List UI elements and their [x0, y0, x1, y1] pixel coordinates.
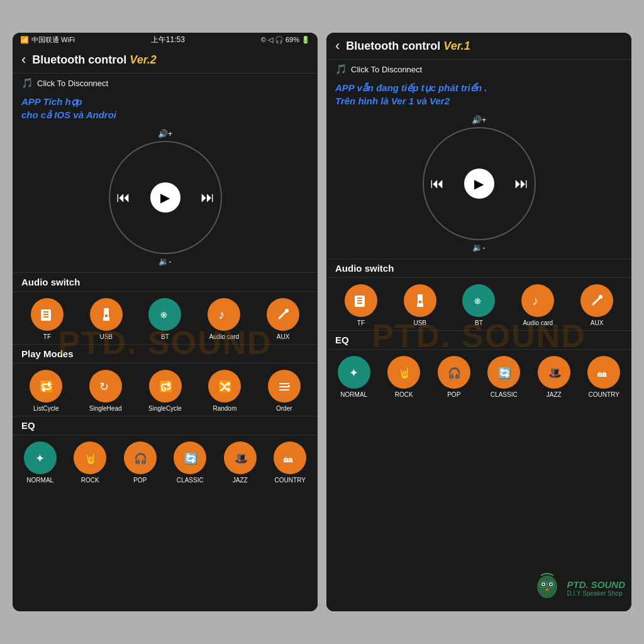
- right-tf-icon: [345, 284, 377, 317]
- eq-rock[interactable]: 🤘 ROCK: [74, 441, 106, 484]
- eq-pop[interactable]: 🎧 POP: [124, 441, 157, 484]
- right-jazz-label: JAZZ: [547, 391, 562, 398]
- right-eq-pop[interactable]: 🎧 POP: [438, 356, 470, 398]
- right-audio-bt[interactable]: ⎈ BT: [462, 284, 495, 326]
- player-area: 🔊+ ⏮ ▶ ⏭ 🔉-: [13, 125, 318, 272]
- right-audio-switch-label: Audio switch: [326, 258, 631, 278]
- status-left: 📶 中国联通 WiFi: [20, 35, 75, 45]
- title-text: Bluetooth control: [32, 53, 130, 66]
- promo-text: APP Tích hợpcho cả IOS và Androi: [13, 92, 318, 125]
- vol-up-icon[interactable]: 🔊+: [158, 129, 173, 138]
- music-icon: 🎵: [21, 77, 33, 89]
- battery-text: © ◁ 🎧 69% 🔋: [261, 36, 310, 44]
- jazz-label: JAZZ: [233, 477, 248, 484]
- svg-rect-31: [419, 301, 421, 303]
- right-usb-label: USB: [413, 319, 426, 326]
- right-audio-card[interactable]: ♪ Audio card: [521, 284, 554, 326]
- audiocard-icon: ♪: [208, 298, 240, 331]
- right-country-icon: 🏘: [587, 356, 620, 389]
- listcycle-icon: 🔁: [30, 370, 62, 402]
- mode-random[interactable]: 🔀 Random: [208, 370, 241, 412]
- back-button[interactable]: ‹: [21, 52, 26, 68]
- mode-order[interactable]: Order: [268, 370, 301, 412]
- signal-icon: 📶: [20, 36, 29, 44]
- right-eq-jazz[interactable]: 🎩 JAZZ: [538, 356, 570, 398]
- svg-rect-27: [357, 300, 362, 301]
- right-audio-aux[interactable]: AUX: [580, 284, 613, 326]
- right-eq-country[interactable]: 🏘 COUNTRY: [587, 356, 620, 398]
- eq-country[interactable]: 🏘 COUNTRY: [274, 441, 306, 484]
- svg-point-42: [537, 575, 557, 598]
- rock-icon: 🤘: [74, 441, 106, 474]
- right-usb-icon: [404, 284, 436, 317]
- right-vol-down-icon[interactable]: 🔉-: [472, 243, 485, 252]
- prev-button[interactable]: ⏮: [114, 187, 133, 208]
- normal-icon: ✦: [24, 441, 57, 474]
- eq-normal[interactable]: ✦ NORMAL: [24, 441, 57, 484]
- right-aux-icon: [580, 284, 613, 317]
- eq-grid: ✦ NORMAL 🤘 ROCK 🎧 POP: [13, 435, 318, 611]
- ptd-text-area: PTD. SOUND D.I.Y Speaker Shop: [567, 579, 625, 597]
- usb-icon: [90, 298, 123, 331]
- eq-classic[interactable]: 🔄 CLASSIC: [174, 441, 206, 484]
- right-app-title: Bluetooth control Ver.1: [346, 40, 470, 53]
- right-play-button[interactable]: ▶: [464, 169, 494, 199]
- ptd-logo-area: PTD. SOUND D.I.Y Speaker Shop: [531, 569, 625, 606]
- mode-singlecycle[interactable]: 🔂 SingleCycle: [148, 370, 182, 412]
- mode-listcycle[interactable]: 🔁 ListCycle: [30, 370, 62, 412]
- right-normal-label: NORMAL: [340, 391, 367, 398]
- bt-icon: ⎈: [148, 298, 181, 331]
- right-eq-rock[interactable]: 🤘 ROCK: [387, 356, 420, 398]
- right-audiocard-label: Audio card: [523, 319, 553, 326]
- tf-icon: [31, 298, 64, 331]
- svg-point-47: [543, 584, 545, 586]
- right-app-header: ‹ Bluetooth control Ver.1: [326, 33, 631, 60]
- singlecycle-icon: 🔂: [149, 370, 182, 402]
- right-eq-classic[interactable]: 🔄 CLASSIC: [487, 356, 520, 398]
- screenshots-row: 📶 中国联通 WiFi 上午11:53 © ◁ 🎧 69% 🔋 ‹ Blueto…: [0, 0, 644, 644]
- normal-label: NORMAL: [26, 477, 53, 484]
- right-next-button[interactable]: ⏭: [512, 173, 531, 194]
- random-label: Random: [213, 405, 236, 412]
- usb-label: USB: [99, 333, 113, 340]
- right-normal-icon: ✦: [338, 356, 370, 389]
- tf-label: TF: [43, 333, 51, 340]
- svg-text:🎧: 🎧: [134, 452, 148, 465]
- play-modes-label: Play Modes: [13, 344, 318, 364]
- svg-text:🎩: 🎩: [548, 367, 562, 380]
- right-disconnect-row[interactable]: 🎵 Click To Disconnect: [326, 60, 631, 79]
- audio-bt[interactable]: ⎈ BT: [148, 298, 181, 340]
- mode-singlehead[interactable]: ↻ SingleHead: [89, 370, 122, 412]
- right-bt-icon: ⎈: [462, 284, 495, 317]
- svg-text:🏘: 🏘: [597, 368, 607, 379]
- singlehead-icon: ↻: [89, 370, 122, 402]
- right-phone: ‹ Bluetooth control Ver.1 PTD. SOUND 🎵 C…: [326, 33, 631, 611]
- audio-card[interactable]: ♪ Audio card: [208, 298, 240, 340]
- vol-down-icon[interactable]: 🔉-: [158, 257, 171, 266]
- audio-switch-label: Audio switch: [13, 272, 318, 292]
- eq-jazz[interactable]: 🎩 JAZZ: [224, 441, 257, 484]
- audio-aux[interactable]: AUX: [267, 298, 299, 340]
- listcycle-label: ListCycle: [33, 405, 59, 412]
- right-audio-usb[interactable]: USB: [404, 284, 436, 326]
- classic-icon: 🔄: [174, 441, 206, 474]
- play-button[interactable]: ▶: [150, 182, 180, 213]
- right-back-button[interactable]: ‹: [335, 38, 340, 54]
- right-player-area: 🔊+ ⏮ ▶ ⏭ 🔉-: [326, 111, 631, 258]
- svg-rect-2: [43, 314, 48, 315]
- right-classic-icon: 🔄: [487, 356, 520, 389]
- aux-label: AUX: [277, 333, 290, 340]
- audio-tf[interactable]: TF: [31, 298, 64, 340]
- right-prev-button[interactable]: ⏮: [428, 173, 447, 194]
- right-audio-tf[interactable]: TF: [345, 284, 377, 326]
- svg-rect-1: [43, 311, 48, 313]
- disconnect-row[interactable]: 🎵 Click To Disconnect: [13, 74, 318, 92]
- audio-usb[interactable]: USB: [90, 298, 123, 340]
- player-circle: ⏮ ▶ ⏭: [109, 141, 222, 254]
- status-time: 上午11:53: [151, 35, 185, 45]
- next-button[interactable]: ⏭: [198, 187, 217, 208]
- right-eq-normal[interactable]: ✦ NORMAL: [338, 356, 370, 398]
- player-controls: ⏮ ▶ ⏭: [114, 182, 217, 213]
- right-vol-up-icon[interactable]: 🔊+: [472, 115, 487, 125]
- svg-text:🔁: 🔁: [40, 380, 54, 394]
